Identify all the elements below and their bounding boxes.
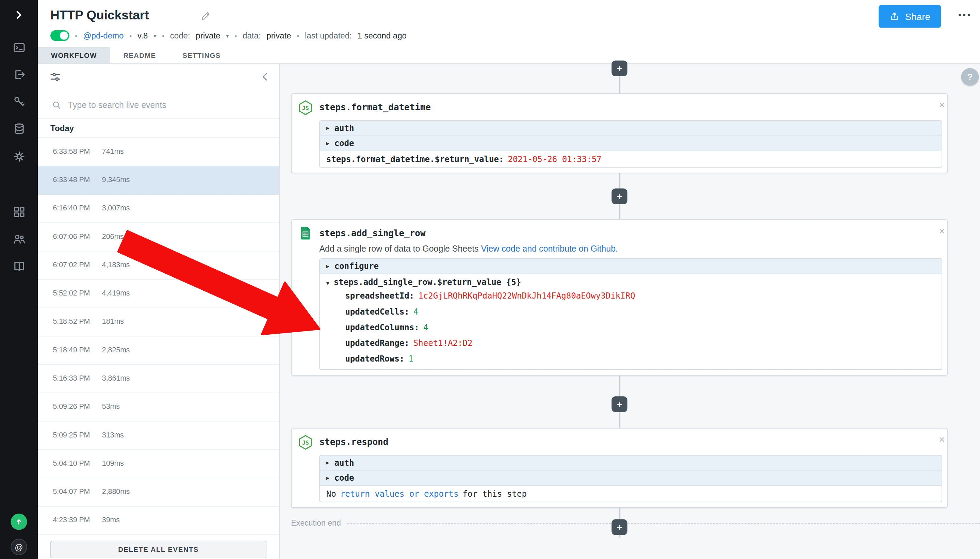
filter-icon[interactable] [49,71,62,86]
step-card-respond: JS steps.respond × ▶auth ▶code Noreturn … [291,428,948,508]
page-title: HTTP Quickstart [50,8,149,23]
event-search [38,91,279,119]
step-results: ▼steps.add_single_row.$return_value {5} … [320,274,942,369]
add-step-button[interactable]: + [612,61,627,76]
result-field: updatedCells:4 [320,304,942,319]
event-row[interactable]: 5:04:07 PM2,880ms [38,478,279,506]
mention-icon[interactable]: @ [0,539,38,555]
last-updated-value: 1 second ago [357,31,407,41]
caret-down-icon: ▼ [326,281,329,286]
execution-end-line [347,523,980,523]
tab-readme[interactable]: README [110,47,170,63]
google-sheets-icon [298,226,313,241]
close-icon[interactable]: × [939,100,945,110]
section-configure[interactable]: ▶configure [320,259,942,274]
help-button[interactable]: ? [961,68,979,86]
terminal-icon[interactable] [0,39,38,56]
close-icon[interactable]: × [939,227,945,237]
event-row[interactable]: 6:07:02 PM4,183ms [38,251,279,280]
event-row[interactable]: 6:16:40 PM3,007ms [38,195,279,223]
caret-right-icon: ▶ [326,475,329,481]
event-row[interactable]: 5:52:02 PM4,419ms [38,280,279,308]
event-row[interactable]: 4:23:39 PM39ms [38,506,279,535]
event-row[interactable]: 5:16:33 PM3,861ms [38,365,279,393]
workflow-canvas: + JS steps.format_datetime × ▶auth ▶code… [280,64,980,559]
version-label[interactable]: v.8 [137,31,148,41]
database-icon[interactable] [0,121,38,137]
event-row[interactable]: 5:04:10 PM109ms [38,450,279,478]
delete-all-events-button[interactable]: DELETE ALL EVENTS [50,541,266,558]
step-app-gutter [292,220,319,375]
inspector-toolbar [38,64,279,91]
grid-icon[interactable] [0,203,38,220]
section-auth[interactable]: ▶auth [320,455,942,470]
step-app-gutter: JS [292,428,319,507]
result-field: updatedRange:Sheet1!A2:D2 [320,335,942,351]
code-visibility-value[interactable]: private [196,31,220,41]
share-button[interactable]: Share [879,5,941,28]
exports-link[interactable]: return values or exports [340,489,459,498]
event-row[interactable]: 5:09:26 PM53ms [38,393,279,422]
caret-right-icon: ▶ [326,125,329,131]
step-card-add-single-row: steps.add_single_row × Add a single row … [291,219,948,375]
event-row[interactable]: 5:09:25 PM313ms [38,422,279,450]
chevron-down-icon[interactable]: ▾ [153,32,156,39]
event-list: 6:33:58 PM741ms 6:33:48 PM9,345ms 6:16:4… [38,138,279,535]
section-code[interactable]: ▶code [320,471,942,486]
step-title: steps.format_datetime [319,102,431,112]
search-icon [52,100,62,110]
collapse-panel-icon[interactable] [259,71,272,86]
search-input[interactable] [68,100,270,110]
share-icon [889,11,900,22]
caret-right-icon: ▶ [326,263,329,269]
gear-icon[interactable] [0,148,38,164]
separator-dot: • [162,31,164,39]
section-code[interactable]: ▶code [320,136,942,151]
event-row[interactable]: 6:33:58 PM741ms [38,138,279,166]
update-icon[interactable] [0,514,38,530]
separator-dot: • [129,31,132,39]
return-value-toggle[interactable]: ▼steps.add_single_row.$return_value {5} [320,274,942,288]
tab-bar: WORKFLOW README SETTINGS [38,47,980,64]
people-icon[interactable] [0,230,38,247]
github-link[interactable]: View code and contribute on Github. [481,244,618,253]
svg-text:JS: JS [302,440,309,446]
more-options-icon[interactable]: ⋯ [957,7,972,23]
nodejs-icon: JS [297,99,314,116]
chevron-down-icon[interactable]: ▾ [226,32,229,39]
add-step-button[interactable]: + [612,519,627,535]
result-field: spreadsheetId:1c2GjLRQhRKqPdaHQ22WnDkJh1… [320,288,942,304]
deploy-toggle[interactable] [50,30,69,41]
add-step-button[interactable]: + [612,188,627,204]
signout-icon[interactable] [0,66,38,83]
event-row[interactable]: 5:18:49 PM2,825ms [38,336,279,365]
data-visibility-value: private [266,31,291,41]
event-row[interactable]: 6:07:06 PM206ms [38,223,279,251]
event-row[interactable]: 5:18:52 PM181ms [38,308,279,336]
edit-title-icon[interactable] [200,10,211,24]
close-icon[interactable]: × [939,435,945,445]
section-auth[interactable]: ▶auth [320,121,942,136]
separator-dot: • [75,31,77,39]
expand-icon[interactable] [0,7,38,23]
event-row-selected[interactable]: 6:33:48 PM9,345ms [38,167,279,195]
tab-settings[interactable]: SETTINGS [169,47,234,63]
last-updated-label: last updated: [305,31,352,41]
step-app-gutter: JS [292,94,319,173]
events-day-label: Today [38,119,279,138]
event-inspector-panel: Today 6:33:58 PM741ms 6:33:48 PM9,345ms … [38,64,280,559]
step-card-format-datetime: JS steps.format_datetime × ▶auth ▶code s… [291,93,948,173]
result-field: updatedRows:1 [320,351,942,367]
add-step-button[interactable]: + [612,396,627,412]
tab-workflow[interactable]: WORKFLOW [38,47,110,63]
account-link[interactable]: @pd-demo [83,31,124,41]
workflow-header: HTTP Quickstart • @pd-demo • v.8 ▾ • cod… [38,0,980,47]
step-result: steps.format_datetime.$return_value:2021… [320,151,942,167]
result-value: 2021-05-26 01:33:57 [508,154,601,164]
book-icon[interactable] [0,258,38,274]
key-icon[interactable] [0,93,38,110]
separator-dot: • [234,31,237,39]
workflow-meta: • @pd-demo • v.8 ▾ • code: private ▾ • d… [50,30,407,41]
step-title: steps.add_single_row [319,228,426,238]
execution-end: Execution end [291,518,980,528]
